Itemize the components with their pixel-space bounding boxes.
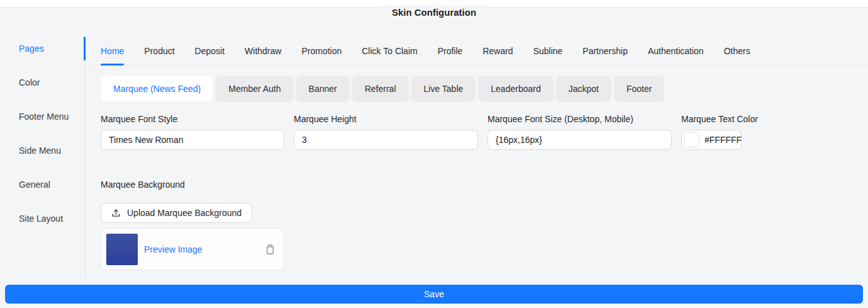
main-content: Home Product Deposit Withdraw Promotion … bbox=[94, 37, 868, 270]
marquee-height-field: Marquee Height bbox=[294, 113, 478, 150]
sidebar-item-footer-menu[interactable]: Footer Menu bbox=[0, 100, 85, 134]
sidebar-item-label: Color bbox=[19, 77, 40, 88]
sidebar: Pages Color Footer Menu Side Menu Genera… bbox=[0, 31, 85, 236]
marquee-text-color-label: Marquee Text Color bbox=[681, 113, 758, 125]
sidebar-item-side-menu[interactable]: Side Menu bbox=[0, 134, 85, 168]
sidebar-item-pages[interactable]: Pages bbox=[0, 31, 85, 66]
subtab-banner[interactable]: Banner bbox=[296, 76, 350, 102]
upload-button-label: Upload Marquee Background bbox=[127, 208, 242, 218]
save-button[interactable]: Save bbox=[5, 285, 863, 304]
tab-deposit[interactable]: Deposit bbox=[195, 37, 225, 65]
sidebar-item-label: Pages bbox=[19, 43, 44, 54]
preview-card: Preview Image bbox=[101, 228, 284, 270]
section-tab-bar: Marquee (News Feed) Member Auth Banner R… bbox=[101, 76, 868, 102]
page-tab-bar: Home Product Deposit Withdraw Promotion … bbox=[94, 37, 868, 66]
trash-icon[interactable] bbox=[265, 244, 275, 254]
marquee-text-color-picker[interactable]: #FFFFFF bbox=[681, 130, 742, 150]
tab-profile[interactable]: Profile bbox=[438, 37, 463, 65]
sidebar-item-general[interactable]: General bbox=[0, 168, 85, 202]
tab-partnership[interactable]: Partnership bbox=[582, 37, 628, 65]
marquee-text-color-field: Marquee Text Color #FFFFFF bbox=[681, 113, 758, 150]
tab-product[interactable]: Product bbox=[144, 37, 174, 65]
color-hex-value: #FFFFFF bbox=[704, 135, 742, 145]
subtab-referral[interactable]: Referral bbox=[352, 76, 409, 102]
preview-image-link[interactable]: Preview Image bbox=[144, 244, 203, 254]
tab-home[interactable]: Home bbox=[101, 37, 124, 65]
marquee-font-size-field: Marquee Font Size (Desktop, Mobile) bbox=[487, 113, 672, 150]
tab-reward[interactable]: Reward bbox=[482, 37, 513, 65]
sidebar-divider bbox=[85, 37, 86, 278]
subtab-footer[interactable]: Footer bbox=[614, 76, 664, 102]
subtab-jackpot[interactable]: Jackpot bbox=[556, 76, 611, 102]
sidebar-item-site-layout[interactable]: Site Layout bbox=[0, 202, 85, 236]
tab-others[interactable]: Others bbox=[724, 37, 750, 65]
sidebar-item-label: Footer Menu bbox=[19, 111, 69, 122]
marquee-background-section: Marquee Background Upload Marquee Backgr… bbox=[101, 179, 868, 270]
upload-marquee-background-button[interactable]: Upload Marquee Background bbox=[101, 203, 252, 223]
sidebar-item-label: Site Layout bbox=[19, 214, 63, 224]
subtab-live-table[interactable]: Live Table bbox=[411, 76, 476, 102]
sidebar-item-color[interactable]: Color bbox=[0, 66, 85, 100]
marquee-height-input[interactable] bbox=[294, 130, 478, 150]
marquee-settings-row: Marquee Font Style Marquee Height Marque… bbox=[101, 113, 868, 150]
marquee-font-style-label: Marquee Font Style bbox=[101, 113, 284, 125]
marquee-height-label: Marquee Height bbox=[294, 113, 478, 125]
subtab-marquee-news-feed[interactable]: Marquee (News Feed) bbox=[101, 76, 213, 102]
tab-withdraw[interactable]: Withdraw bbox=[245, 37, 281, 65]
tab-promotion[interactable]: Promotion bbox=[301, 37, 342, 65]
sidebar-item-label: Side Menu bbox=[19, 145, 61, 156]
subtab-member-auth[interactable]: Member Auth bbox=[216, 76, 293, 102]
tab-click-to-claim[interactable]: Click To Claim bbox=[362, 37, 417, 65]
marquee-font-size-label: Marquee Font Size (Desktop, Mobile) bbox=[487, 113, 672, 125]
tab-subline[interactable]: Subline bbox=[533, 37, 563, 65]
upload-icon bbox=[111, 208, 121, 218]
sidebar-item-label: General bbox=[19, 180, 50, 190]
background-thumbnail bbox=[106, 234, 138, 265]
marquee-font-style-field: Marquee Font Style bbox=[101, 113, 284, 150]
tab-authentication[interactable]: Authentication bbox=[648, 37, 704, 65]
marquee-font-style-input[interactable] bbox=[101, 130, 284, 150]
subtab-leaderboard[interactable]: Leaderboard bbox=[478, 76, 553, 102]
marquee-font-size-input[interactable] bbox=[487, 130, 672, 150]
marquee-background-label: Marquee Background bbox=[101, 179, 868, 190]
page-title: Skin Configuration bbox=[381, 5, 487, 20]
color-swatch[interactable] bbox=[684, 132, 699, 147]
